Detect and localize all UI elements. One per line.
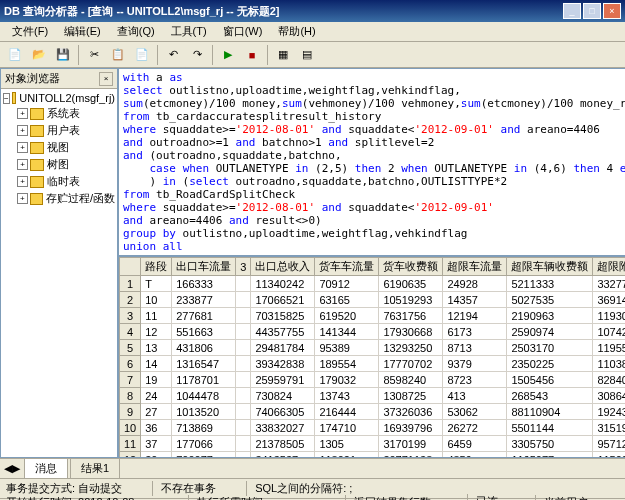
tab-result1[interactable]: 结果1 <box>70 458 120 479</box>
table-row[interactable]: 4125516634435775514134417930668617325909… <box>120 324 626 340</box>
status-commit: 事务提交方式: 自动提交 <box>6 481 122 496</box>
folder-icon <box>30 159 44 171</box>
undo-icon[interactable]: ↶ <box>162 44 184 66</box>
new-icon[interactable]: 📄 <box>4 44 26 66</box>
menubar: 文件(F) 编辑(E) 查询(Q) 工具(T) 窗口(W) 帮助(H) <box>0 22 625 42</box>
folder-icon <box>30 125 44 137</box>
window-title: DB 查询分析器 - [查询 -- UNITOLL2\msgf_rj -- 无标… <box>4 4 563 19</box>
menu-query[interactable]: 查询(Q) <box>109 22 163 41</box>
menu-window[interactable]: 窗口(W) <box>215 22 271 41</box>
tree-item[interactable]: +临时表 <box>17 173 115 190</box>
table-row[interactable]: 1036713869338320271747101693979626272550… <box>120 420 626 436</box>
status-trans: 不存在事务 <box>152 481 216 496</box>
tree-item[interactable]: +视图 <box>17 139 115 156</box>
table-row[interactable]: 1230700077341353711802120771138485911650… <box>120 452 626 458</box>
folder-icon <box>30 142 44 154</box>
maximize-button[interactable]: □ <box>583 3 601 19</box>
sql-editor[interactable]: with a as select outlistno,uploadtime,we… <box>119 69 625 255</box>
copy-icon[interactable]: 📋 <box>107 44 129 66</box>
column-header[interactable]: 超限车流量 <box>443 258 507 276</box>
status-rows: 返回结果集行数: 19 <box>345 495 437 500</box>
tree-item[interactable]: +树图 <box>17 156 115 173</box>
table-row[interactable]: 5134318062948178495389132932508713250317… <box>120 340 626 356</box>
column-header[interactable]: 超限车辆收费额 <box>507 258 593 276</box>
result-grid[interactable]: 路段出口车流量3出口总收入货车车流量货车收费额超限车流量超限车辆收费额超限附加总… <box>119 255 625 457</box>
tree-root[interactable]: − UNITOLL2(msgf_rj) <box>3 91 115 105</box>
column-header[interactable]: 货车收费额 <box>379 258 443 276</box>
stop-icon[interactable]: ■ <box>241 44 263 66</box>
tree-view[interactable]: − UNITOLL2(msgf_rj) +系统表+用户表+视图+树图+临时表+存… <box>1 89 117 457</box>
run-icon[interactable]: ▶ <box>217 44 239 66</box>
column-header[interactable]: 3 <box>236 258 251 276</box>
result-tabs: ◀▶ 消息 结果1 <box>0 458 625 478</box>
column-header[interactable]: 超限附加总额 <box>593 258 625 276</box>
cut-icon[interactable]: ✂ <box>83 44 105 66</box>
status-elapsed: 执行所需时间: 00:23:41.935 <box>188 495 316 500</box>
status-conn: 已连接 <box>467 494 505 501</box>
table-row[interactable]: 1T16633311340242709126190635249285211333… <box>120 276 626 292</box>
column-header[interactable]: 货车车流量 <box>315 258 379 276</box>
folder-icon <box>30 108 44 120</box>
tree-item[interactable]: +系统表 <box>17 105 115 122</box>
minimize-button[interactable]: _ <box>563 3 581 19</box>
tree-item[interactable]: +用户表 <box>17 122 115 139</box>
expand-icon[interactable]: + <box>17 125 28 136</box>
expand-icon[interactable]: + <box>17 108 28 119</box>
column-header[interactable]: 出口车流量 <box>172 258 236 276</box>
table-row[interactable]: 1137177066213785051305317019964593305750… <box>120 436 626 452</box>
menu-help[interactable]: 帮助(H) <box>270 22 323 41</box>
database-icon <box>12 92 17 104</box>
sidebar-close-icon[interactable]: × <box>99 72 113 86</box>
tab-messages[interactable]: 消息 <box>24 458 68 479</box>
column-header[interactable]: 路段 <box>141 258 172 276</box>
table-row[interactable]: 9271013520740663052164443732603653062881… <box>120 404 626 420</box>
toolbar: 📄 📂 💾 ✂ 📋 📄 ↶ ↷ ▶ ■ ▦ ▤ <box>0 42 625 68</box>
menu-edit[interactable]: 编辑(E) <box>56 22 109 41</box>
expand-icon[interactable]: + <box>17 159 28 170</box>
menu-tools[interactable]: 工具(T) <box>163 22 215 41</box>
redo-icon[interactable]: ↷ <box>186 44 208 66</box>
column-header[interactable] <box>120 258 141 276</box>
table-row[interactable]: 3112776817031582561952076317561219421909… <box>120 308 626 324</box>
table-row[interactable]: 7191178701259597911790328598240872315054… <box>120 372 626 388</box>
status-user: 当前用户: msgf_rj <box>535 495 619 500</box>
sidebar-title: 对象浏览器 <box>5 71 60 86</box>
save-icon[interactable]: 💾 <box>52 44 74 66</box>
status-start: 开始执行时间: 2012-10-08 16:55:38 <box>6 495 158 500</box>
paste-icon[interactable]: 📄 <box>131 44 153 66</box>
expand-icon[interactable]: + <box>17 176 28 187</box>
window-titlebar: DB 查询分析器 - [查询 -- UNITOLL2\msgf_rj -- 无标… <box>0 0 625 22</box>
expand-icon[interactable]: + <box>17 193 28 204</box>
table-row[interactable]: 6141316547393428381895541777070293792350… <box>120 356 626 372</box>
folder-icon <box>30 176 44 188</box>
table-row[interactable]: 2102338771706652163165105192931435750275… <box>120 292 626 308</box>
table-row[interactable]: 8241044478730824137431308725413268543308… <box>120 388 626 404</box>
collapse-icon[interactable]: − <box>3 93 10 104</box>
status-sep: SQL之间的分隔符: ; <box>246 481 352 496</box>
grid-icon[interactable]: ▦ <box>272 44 294 66</box>
column-header[interactable]: 出口总收入 <box>251 258 315 276</box>
folder-icon <box>30 193 43 205</box>
open-icon[interactable]: 📂 <box>28 44 50 66</box>
object-browser: 对象浏览器 × − UNITOLL2(msgf_rj) +系统表+用户表+视图+… <box>0 68 118 458</box>
tree-item[interactable]: +存贮过程/函数 <box>17 190 115 207</box>
text-icon[interactable]: ▤ <box>296 44 318 66</box>
expand-icon[interactable]: + <box>17 142 28 153</box>
close-button[interactable]: × <box>603 3 621 19</box>
menu-file[interactable]: 文件(F) <box>4 22 56 41</box>
tab-nav-icon[interactable]: ◀▶ <box>4 462 20 475</box>
